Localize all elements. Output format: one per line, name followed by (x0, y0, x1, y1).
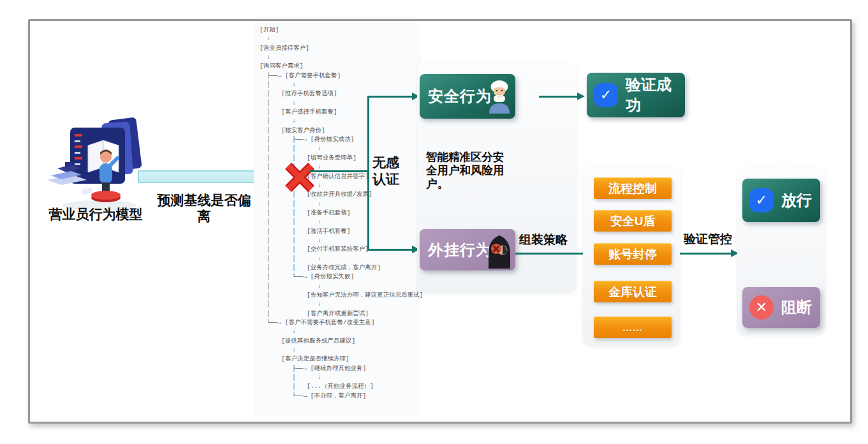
behavior-model-label: 营业员行为模型 (31, 205, 161, 223)
strategy-item-vault-auth: 金库认证 (594, 281, 672, 302)
seamless-auth-label: 无感认证 (372, 154, 407, 188)
block-x-icon: ✕ (749, 295, 774, 320)
connector-to-risk (369, 249, 412, 251)
elder-user-avatar-icon (487, 79, 512, 114)
classification-description: 智能精准区分安全用户和风险用户。 (426, 151, 513, 191)
arrowhead-success (577, 93, 585, 100)
strategy-label: 安全U盾 (610, 213, 656, 230)
strategy-item-process-control: 流程控制 (594, 177, 672, 199)
allow-check-icon: ✓ (749, 188, 774, 212)
risk-behavior-label: 外挂行为 (420, 240, 492, 260)
deviation-x-icon (283, 161, 316, 193)
connector-to-safe (369, 96, 412, 98)
safe-behavior-box: 安全行为 (420, 74, 515, 119)
safe-behavior-label: 安全行为 (420, 86, 492, 107)
success-check-icon: ✓ (594, 83, 618, 107)
flowchart-text: [开始] ↓ [营业员接待客户] ↓ [询问客户需求] ├──→ [客户需要手机… (260, 26, 423, 401)
strategy-item-more: ...... (594, 316, 672, 338)
strategy-item-security-ushield: 安全U盾 (594, 210, 672, 232)
behavior-model-illustration (45, 115, 148, 212)
verify-success-label: 验证成功 (626, 75, 685, 115)
hooded-hacker-avatar-icon (487, 234, 512, 269)
prediction-arrow-label: 预测基线是否偏离 (152, 192, 256, 224)
connector-strategy-to-outcome (680, 253, 731, 255)
strategy-label: 金库认证 (608, 284, 657, 300)
slide-canvas: 营业员行为模型 预测基线是否偏离 [开始] ↓ [营业员接待客户] ↓ [询问客… (0, 0, 868, 444)
risk-behavior-box: 外挂行为 (420, 229, 515, 270)
strategy-label: ...... (622, 322, 642, 333)
connector-safe-to-success (539, 96, 577, 98)
block-box: ✕ 阻断 (742, 287, 820, 328)
strategy-label: 账号封停 (608, 246, 657, 263)
strategy-item-account-suspend: 账号封停 (594, 243, 672, 265)
verify-success-box: ✓ 验证成功 (587, 73, 685, 117)
connector-risk-to-strategy (515, 253, 584, 255)
connector-x-to-split (310, 170, 369, 172)
verify-control-label: 验证管控 (677, 231, 739, 248)
block-label: 阻断 (781, 297, 812, 318)
assemble-strategy-label: 组装策略 (519, 232, 568, 248)
strategy-label: 流程控制 (608, 181, 657, 197)
connector-split-vertical (367, 96, 369, 251)
allow-label: 放行 (781, 190, 812, 211)
allow-box: ✓ 放行 (742, 179, 820, 222)
